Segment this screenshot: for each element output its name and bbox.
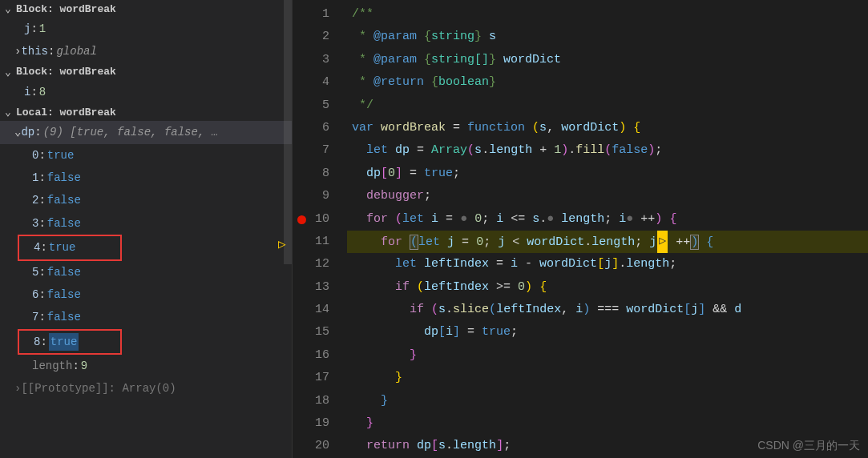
code-l10: for (let i = ● 0; i <= s.● length; i● ++… xyxy=(347,208,868,231)
var-key: j xyxy=(24,20,30,38)
sidebar-scrollbar[interactable] xyxy=(284,0,292,264)
code-l5: */ xyxy=(347,94,868,117)
line-5: 5 xyxy=(293,94,347,117)
code-l14: if (s.slice(leftIndex, i) === wordDict[j… xyxy=(347,299,868,321)
line-12: 12 xyxy=(293,253,347,275)
scope-label: Block: wordBreak xyxy=(16,66,116,78)
line-14: 14 xyxy=(293,299,347,321)
scope-block-wordbreak-2[interactable]: ⌄ Block: wordBreak xyxy=(0,63,292,81)
var-j[interactable]: j: 1 xyxy=(0,18,292,40)
line-17: 17 xyxy=(293,367,347,389)
code-l11-current: for (let j = 0; j < wordDict.length; j▷ … xyxy=(347,231,868,253)
dp-item-2[interactable]: 2: false xyxy=(0,189,292,211)
chevron-right-icon: › xyxy=(14,42,21,60)
step-arrow-icon: ▷ xyxy=(657,231,668,253)
var-key: this xyxy=(21,42,48,60)
line-13: 13 xyxy=(293,276,347,299)
chevron-down-icon: ⌄ xyxy=(5,66,16,78)
var-preview: (9) [true, false, false, … xyxy=(43,123,218,141)
code-l1: /** xyxy=(347,3,868,26)
code-l13: if (leftIndex >= 0) { xyxy=(347,276,868,299)
scope-label: Local: wordBreak xyxy=(16,106,116,119)
line-18: 18 xyxy=(293,390,347,412)
dp-item-4-highlighted[interactable]: 4: true xyxy=(18,235,122,260)
code-l9: debugger; xyxy=(347,185,868,207)
chevron-right-icon: › xyxy=(14,380,21,397)
scope-label: Block: wordBreak xyxy=(16,3,116,15)
code-editor[interactable]: 1 2 3 4 5 6 7 8 9 10 ▷11 12 13 14 15 16 … xyxy=(293,0,868,458)
code-l17: } xyxy=(347,367,868,389)
chevron-down-icon: ⌄ xyxy=(14,123,21,141)
var-this[interactable]: › this: global xyxy=(0,40,292,62)
var-value: 1 xyxy=(39,20,46,38)
dp-item-3[interactable]: 3: false xyxy=(0,212,292,235)
code-l4: * @return {boolean} xyxy=(347,71,868,94)
scope-block-wordbreak-1[interactable]: ⌄ Block: wordBreak xyxy=(0,0,292,18)
code-l6: var wordBreak = function (s, wordDict) { xyxy=(347,117,868,139)
line-2: 2 xyxy=(293,26,347,48)
dp-item-6[interactable]: 6: false xyxy=(0,283,292,306)
line-8: 8 xyxy=(293,163,347,185)
dp-item-8-highlighted[interactable]: 8: true xyxy=(18,329,122,355)
code-l12: let leftIndex = i - wordDict[j].length; xyxy=(347,253,868,275)
line-19: 19 xyxy=(293,412,347,435)
dp-item-5[interactable]: 5: false xyxy=(0,261,292,283)
line-1: 1 xyxy=(293,3,347,26)
var-key: dp xyxy=(21,123,34,141)
dp-item-1[interactable]: 1: false xyxy=(0,167,292,189)
code-l19: } xyxy=(347,412,868,435)
var-value: global xyxy=(56,42,96,60)
breakpoint-icon[interactable] xyxy=(297,215,306,224)
code-l7: let dp = Array(s.length + 1).fill(false)… xyxy=(347,139,868,162)
line-10: 10 xyxy=(293,208,347,231)
dp-item-0[interactable]: 0: true xyxy=(0,144,292,167)
chevron-down-icon: ⌄ xyxy=(5,106,16,119)
line-16: 16 xyxy=(293,344,347,367)
code-l2: * @param {string} s xyxy=(347,26,868,48)
dp-prototype[interactable]: ›[[Prototype]]: Array(0) xyxy=(0,377,292,400)
code-l15: dp[i] = true; xyxy=(347,321,868,344)
line-number-gutter: 1 2 3 4 5 6 7 8 9 10 ▷11 12 13 14 15 16 … xyxy=(293,0,347,458)
line-3: 3 xyxy=(293,49,347,71)
current-line-arrow-icon: ▷ xyxy=(278,234,286,256)
line-11-current: ▷11 xyxy=(293,231,347,253)
code-l3: * @param {string[]} wordDict xyxy=(347,49,868,71)
scope-local-wordbreak[interactable]: ⌄ Local: wordBreak xyxy=(0,103,292,121)
code-l16: } xyxy=(347,344,868,367)
line-4: 4 xyxy=(293,71,347,94)
dp-length[interactable]: length: 9 xyxy=(0,355,292,377)
line-6: 6 xyxy=(293,117,347,139)
var-i[interactable]: i: 8 xyxy=(0,81,292,103)
debug-variables-panel[interactable]: ⌄ Block: wordBreak j: 1 › this: global ⌄… xyxy=(0,0,293,458)
line-9: 9 xyxy=(293,185,347,207)
var-key: i xyxy=(24,83,30,101)
var-value: 8 xyxy=(39,83,46,101)
line-15: 15 xyxy=(293,321,347,344)
code-l8: dp[0] = true; xyxy=(347,163,868,185)
dp-item-7[interactable]: 7: false xyxy=(0,306,292,328)
line-7: 7 xyxy=(293,139,347,162)
watermark: CSDN @三月的一天 xyxy=(757,439,860,453)
code-l18: } xyxy=(347,390,868,412)
var-dp[interactable]: ⌄ dp: (9) [true, false, false, … xyxy=(0,121,292,143)
code-content[interactable]: /** * @param {string} s * @param {string… xyxy=(347,0,868,458)
chevron-down-icon: ⌄ xyxy=(5,2,16,15)
line-20: 20 xyxy=(293,435,347,457)
